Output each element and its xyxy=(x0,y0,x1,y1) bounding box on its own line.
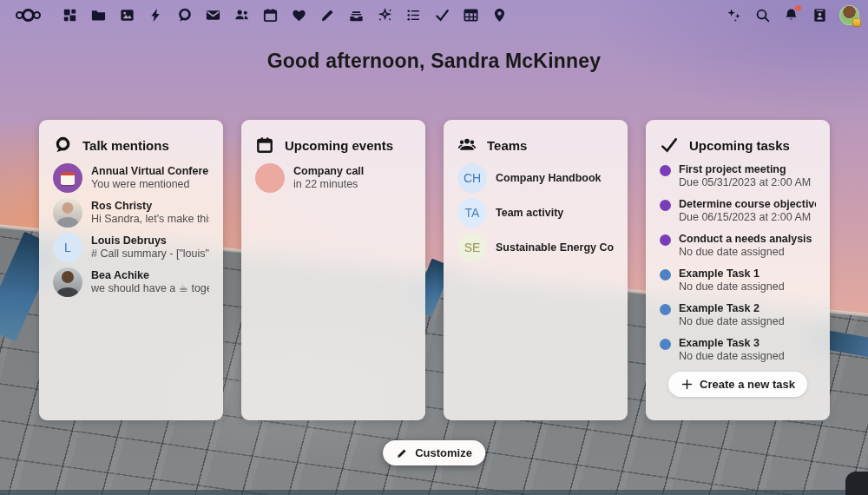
card-upcoming-tasks: Upcoming tasks First project meeting Due… xyxy=(646,120,830,420)
task-item[interactable]: First project meeting Due 05/31/2023 at … xyxy=(660,163,816,189)
task-item[interactable]: Determine course objectives Due 06/15/20… xyxy=(660,198,816,224)
card-title: Upcoming events xyxy=(285,138,393,153)
task-due-date: Due 06/15/2023 at 2:00 AM xyxy=(679,211,816,224)
task-title: Determine course objectives xyxy=(679,198,816,211)
activity-icon[interactable] xyxy=(147,6,164,23)
task-due-date: Due 05/31/2023 at 2:00 AM xyxy=(679,176,811,189)
card-header: Upcoming tasks xyxy=(660,135,816,155)
mention-title: Ros Christy xyxy=(91,200,209,213)
check-icon xyxy=(660,135,679,155)
event-title: Company call xyxy=(293,165,364,178)
card-upcoming-events: Upcoming events Company call in 22 minut… xyxy=(241,120,425,420)
task-status-dot[interactable] xyxy=(660,234,671,246)
topbar xyxy=(0,0,868,30)
team-name: Team activity xyxy=(496,207,563,220)
team-name: Sustainable Energy Course xyxy=(496,241,614,254)
avatar: L xyxy=(53,233,82,262)
photos-icon[interactable] xyxy=(118,6,135,23)
nextcloud-logo[interactable] xyxy=(7,9,49,22)
card-header: Talk mentions xyxy=(53,135,209,155)
dashboard-widgets: Talk mentions Annual Virtual Conference … xyxy=(39,120,830,420)
event-item[interactable]: Company call in 22 minutes xyxy=(255,163,411,193)
task-status-dot[interactable] xyxy=(660,304,671,315)
mail-icon[interactable] xyxy=(204,6,221,23)
team-avatar: CH xyxy=(457,163,487,193)
card-talk-mentions: Talk mentions Annual Virtual Conference … xyxy=(39,120,223,420)
task-status-dot[interactable] xyxy=(660,339,671,350)
task-title: Conduct a needs analysis xyxy=(679,233,812,246)
dashboard-icon[interactable] xyxy=(61,6,78,23)
user-avatar[interactable] xyxy=(839,5,859,25)
card-header: Teams xyxy=(457,135,614,155)
files-icon[interactable] xyxy=(89,6,107,23)
list-icon[interactable] xyxy=(404,6,422,23)
team-item[interactable]: SE Sustainable Energy Course xyxy=(457,233,614,262)
talk-icon[interactable] xyxy=(175,6,193,23)
talk-icon xyxy=(53,135,72,155)
customize-button[interactable]: Customize xyxy=(383,440,485,465)
task-title: Example Task 2 xyxy=(679,302,785,315)
task-title: First project meeting xyxy=(679,163,811,176)
task-item[interactable]: Example Task 1 No due date assigned xyxy=(660,267,816,294)
avatar xyxy=(53,163,82,193)
team-initials: CH xyxy=(464,171,481,185)
create-task-button[interactable]: Create a new task xyxy=(668,372,807,397)
contacts-icon[interactable] xyxy=(233,6,250,23)
maps-pin-icon[interactable] xyxy=(490,6,508,23)
card-title: Talk mentions xyxy=(82,138,169,153)
mention-subtitle: You were mentioned xyxy=(91,178,209,191)
team-name: Company Handbook xyxy=(496,172,602,185)
avatar xyxy=(53,267,82,297)
task-due-date: No due date assigned xyxy=(679,315,785,328)
talk-mention-item[interactable]: Bea Achike we should have a ☕ together … xyxy=(53,267,209,297)
user-status-emoji xyxy=(852,18,861,27)
task-item[interactable]: Example Task 3 No due date assigned xyxy=(660,337,816,363)
team-avatar: TA xyxy=(457,198,487,228)
tasks-check-icon[interactable] xyxy=(433,6,450,23)
search-icon[interactable] xyxy=(753,6,771,23)
notifications-bell-icon[interactable] xyxy=(782,6,799,23)
task-item[interactable]: Example Task 2 No due date assigned xyxy=(660,302,816,328)
task-title: Example Task 1 xyxy=(679,267,785,280)
mention-subtitle: Hi Sandra, let's make this hap… xyxy=(91,213,209,226)
create-task-label: Create a new task xyxy=(700,378,795,391)
nextcloud-dashboard: Good afternoon, Sandra McKinney Talk men… xyxy=(0,0,868,495)
avatar xyxy=(53,198,82,228)
notes-pencil-icon[interactable] xyxy=(319,6,336,23)
calendar-emoji-icon xyxy=(61,172,75,185)
mention-subtitle: we should have a ☕ together … xyxy=(91,282,209,295)
logo-circle xyxy=(33,11,41,19)
card-title: Teams xyxy=(487,138,527,153)
team-item[interactable]: CH Company Handbook xyxy=(457,163,614,193)
task-due-date: No due date assigned xyxy=(679,280,785,294)
task-status-dot[interactable] xyxy=(660,200,671,211)
tables-icon[interactable] xyxy=(462,6,479,23)
task-due-date: No due date assigned xyxy=(679,350,785,363)
avatar-initials: L xyxy=(64,241,71,254)
app-navigation xyxy=(61,6,508,23)
calendar-icon[interactable] xyxy=(261,6,279,23)
notification-badge xyxy=(795,5,801,11)
team-initials: SE xyxy=(464,241,481,254)
talk-mention-item[interactable]: L Louis Debruys # Call summary - ["louis… xyxy=(53,233,209,262)
mention-title: Louis Debruys xyxy=(91,234,209,248)
task-status-dot[interactable] xyxy=(660,165,671,176)
event-time: in 22 minutes xyxy=(293,178,364,191)
task-status-dot[interactable] xyxy=(660,269,671,280)
deck-icon[interactable] xyxy=(347,6,365,23)
teams-group-icon xyxy=(457,135,477,155)
mention-title: Annual Virtual Conference xyxy=(91,165,209,178)
heart-icon[interactable] xyxy=(290,6,307,23)
team-item[interactable]: TA Team activity xyxy=(457,198,614,228)
task-item[interactable]: Conduct a needs analysis No due date ass… xyxy=(660,233,816,259)
topbar-right xyxy=(725,5,859,25)
talk-mention-item[interactable]: Ros Christy Hi Sandra, let's make this h… xyxy=(53,198,209,228)
contacts-book-icon[interactable] xyxy=(811,6,828,23)
sparkles-icon[interactable] xyxy=(725,6,742,23)
assistant-star-icon[interactable] xyxy=(376,6,393,23)
plus-icon xyxy=(681,378,694,391)
talk-mention-item[interactable]: Annual Virtual Conference You were menti… xyxy=(53,163,209,193)
card-title: Upcoming tasks xyxy=(689,138,790,153)
talk-mention-list: Annual Virtual Conference You were menti… xyxy=(53,163,209,297)
building-dark-corner xyxy=(845,472,868,495)
